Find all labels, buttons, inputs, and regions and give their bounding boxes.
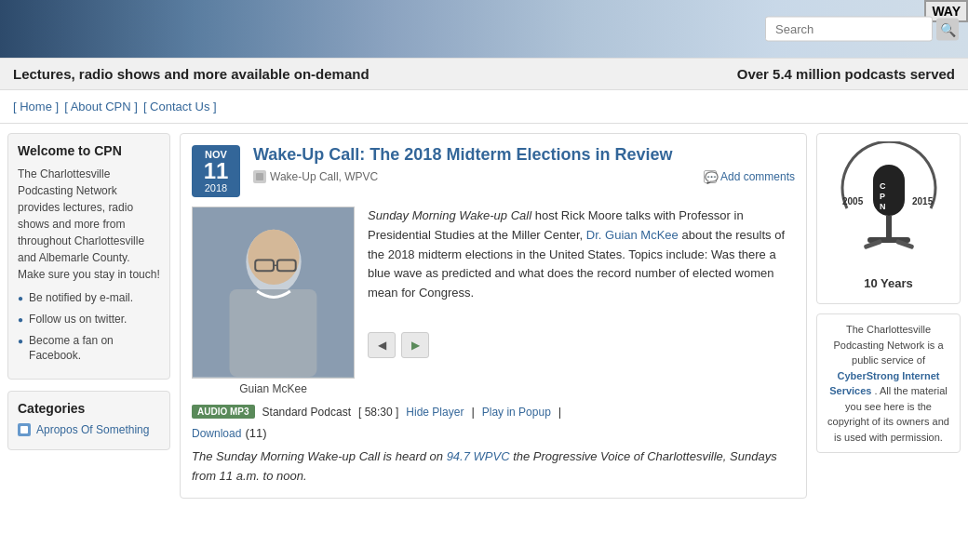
download-count: (11) xyxy=(245,426,266,440)
search-input[interactable] xyxy=(765,17,933,42)
podcast-description-intro: Sunday Morning Wake-up Call xyxy=(368,208,531,222)
podcast-duration: [ 58:30 ] xyxy=(358,406,398,419)
svg-text:2015: 2015 xyxy=(912,196,934,207)
list-item: Become a fan on Facebook. xyxy=(18,333,160,365)
podcast-card: Nov 11 2018 Wake-Up Call: The 2018 Midte… xyxy=(180,133,807,499)
play-in-popup-link[interactable]: Play in Popup xyxy=(482,406,551,419)
svg-rect-1 xyxy=(256,173,263,180)
pipe-separator2: | xyxy=(558,405,561,419)
left-sidebar: Welcome to CPN The Charlottesville Podca… xyxy=(7,133,170,510)
download-link[interactable]: Download xyxy=(192,427,241,440)
podcast-body: Guian McKee Sunday Morning Wake-up Call … xyxy=(192,207,795,395)
categories-title: Categories xyxy=(18,401,160,416)
svg-rect-5 xyxy=(230,289,317,377)
svg-text:P: P xyxy=(880,192,885,201)
download-row: Download (11) xyxy=(192,426,795,440)
cpn-10-years: 10 Years xyxy=(864,276,913,290)
podcast-show: Wake-Up Call, WPVC xyxy=(253,170,378,183)
welcome-title: Welcome to CPN xyxy=(18,143,160,158)
welcome-box: Welcome to CPN The Charlottesville Podca… xyxy=(7,133,170,380)
categories-box: Categories Apropos Of Something xyxy=(7,391,170,450)
podcast-description-link[interactable]: Dr. Guian McKee xyxy=(586,228,679,242)
podcast-show-name: Wake-Up Call, WPVC xyxy=(270,170,378,183)
cpn-desc-box: The Charlottesville Podcasting Network i… xyxy=(816,313,961,453)
play-button[interactable]: ▶ xyxy=(401,332,429,358)
notify-email-link[interactable]: Be notified by e-mail. xyxy=(29,290,133,306)
add-comments-label: Add comments xyxy=(720,170,795,183)
header-banner: WAY 🔍 xyxy=(0,0,968,58)
date-badge: Nov 11 2018 xyxy=(192,145,240,197)
podcast-title[interactable]: Wake-Up Call: The 2018 Midterm Elections… xyxy=(253,145,795,165)
player-controls: ◀ ▶ xyxy=(368,332,795,358)
nav-home[interactable]: [ Home ] xyxy=(13,100,59,113)
list-item: Follow us on twitter. xyxy=(18,312,160,327)
search-button[interactable]: 🔍 xyxy=(936,18,959,40)
list-item: Be notified by e-mail. xyxy=(18,290,160,306)
podcast-title-block: Wake-Up Call: The 2018 Midterm Elections… xyxy=(253,145,795,183)
date-year: 2018 xyxy=(199,182,233,193)
tagline-bar: Lectures, radio shows and more available… xyxy=(0,58,968,90)
tagline-right: Over 5.4 million podcasts served xyxy=(737,66,955,82)
podcast-image-caption: Guian McKee xyxy=(192,382,355,395)
main-layout: Welcome to CPN The Charlottesville Podca… xyxy=(0,124,968,519)
right-sidebar: 2005 2015 C P N 10 Years The Charlottesv… xyxy=(816,133,961,510)
podcast-image-wrapper: Guian McKee xyxy=(192,207,355,395)
podcast-show-icon xyxy=(253,170,266,183)
date-day: 11 xyxy=(199,160,233,182)
category-icon xyxy=(18,423,31,436)
svg-rect-0 xyxy=(20,426,28,433)
on-air-prelink: is heard on xyxy=(380,449,447,463)
nav-bar: [ Home ] [ About CPN ] [ Contact Us ] xyxy=(0,90,968,124)
twitter-link[interactable]: Follow us on twitter. xyxy=(29,312,127,327)
facebook-link[interactable]: Become a fan on Facebook. xyxy=(29,333,160,365)
audio-controls-row: AUDIO MP3 Standard Podcast [ 58:30 ] Hid… xyxy=(192,405,795,419)
category-item[interactable]: Apropos Of Something xyxy=(18,423,160,436)
svg-text:N: N xyxy=(880,202,886,211)
on-air-link[interactable]: 94.7 WPVC xyxy=(447,449,510,463)
nav-about-cpn[interactable]: [ About CPN ] xyxy=(64,100,138,113)
on-air-intro: The Sunday Morning Wake-up Call xyxy=(192,449,380,463)
podcast-type: Standard Podcast xyxy=(262,406,351,419)
search-wrapper: 🔍 xyxy=(765,17,959,42)
svg-rect-16 xyxy=(886,216,892,239)
svg-text:2005: 2005 xyxy=(842,196,864,207)
cpn-logo-svg: 2005 2015 C P N xyxy=(828,141,949,276)
hide-player-link[interactable]: Hide Player xyxy=(406,406,464,419)
main-content: Nov 11 2018 Wake-Up Call: The 2018 Midte… xyxy=(180,133,807,510)
podcast-text: Sunday Morning Wake-up Call host Rick Mo… xyxy=(368,207,795,395)
comment-icon: 💬 xyxy=(704,170,717,183)
tagline-left: Lectures, radio shows and more available… xyxy=(13,66,370,82)
nav-contact-us[interactable]: [ Contact Us ] xyxy=(143,100,217,113)
podcast-meta: Wake-Up Call, WPVC 💬 Add comments xyxy=(253,170,795,183)
pipe-separator: | xyxy=(471,405,474,419)
cpn-logo-box: 2005 2015 C P N 10 Years xyxy=(816,133,961,304)
podcast-image xyxy=(192,207,355,379)
sidebar-list: Be notified by e-mail. Follow us on twit… xyxy=(18,290,160,364)
add-comments[interactable]: 💬 Add comments xyxy=(704,170,795,183)
on-air-text: The Sunday Morning Wake-up Call is heard… xyxy=(192,447,795,487)
svg-point-6 xyxy=(248,230,299,285)
welcome-text: The Charlottesville Podcasting Network p… xyxy=(18,166,160,283)
cpn-desc-line1: The Charlottesville Podcasting Network i… xyxy=(834,324,944,366)
category-label: Apropos Of Something xyxy=(36,423,149,436)
svg-text:C: C xyxy=(880,181,886,191)
svg-rect-12 xyxy=(873,165,905,216)
podcast-header: Nov 11 2018 Wake-Up Call: The 2018 Midte… xyxy=(192,145,795,197)
audio-badge: AUDIO MP3 xyxy=(192,405,255,419)
rewind-button[interactable]: ◀ xyxy=(368,332,396,358)
